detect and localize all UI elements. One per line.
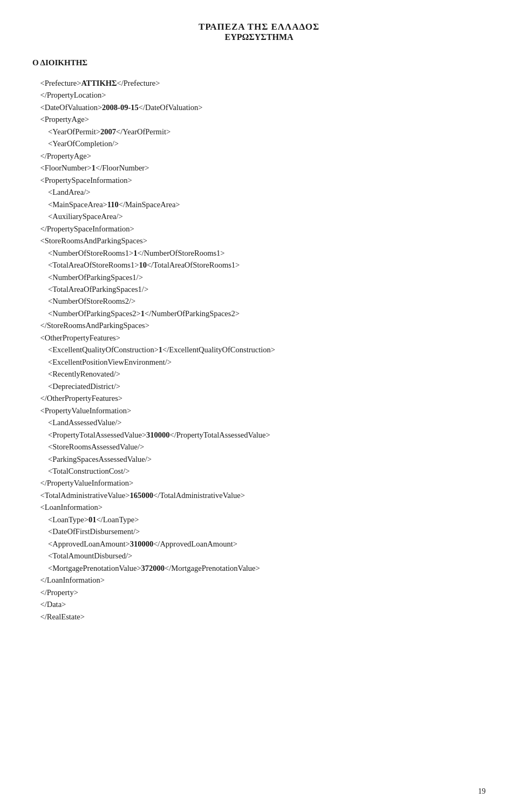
xml-line: <PropertySpaceInformation> bbox=[32, 174, 486, 186]
xml-line: <LandArea/> bbox=[32, 186, 486, 198]
xml-bold-value: 372000 bbox=[141, 564, 165, 572]
xml-line: <PropertyTotalAssessedValue>310000</Prop… bbox=[32, 429, 486, 441]
xml-line: </LoanInformation> bbox=[32, 574, 486, 586]
xml-line: <StoreRoomsAndParkingSpaces> bbox=[32, 235, 486, 247]
xml-line: <NumberOfParkingSpaces2>1</NumberOfParki… bbox=[32, 308, 486, 319]
xml-bold-value: 165000 bbox=[130, 491, 153, 500]
page-header: ΤΡΑΠΕΖΑ ΤΗΣ ΕΛΛΑΔΟΣ ΕΥΡΩΣΥΣΤΗΜΑ bbox=[32, 22, 486, 42]
xml-line: </RealEstate> bbox=[32, 611, 486, 623]
xml-line: <LoanType>01</LoanType> bbox=[32, 514, 486, 526]
xml-bold-value: 310000 bbox=[130, 540, 154, 548]
xml-line: <Prefecture>ΑΤΤΙΚΗΣ</Prefecture> bbox=[32, 77, 486, 89]
xml-line: <MainSpaceArea>110</MainSpaceArea> bbox=[32, 199, 486, 210]
xml-line: <MortgagePrenotationValue>372000</Mortga… bbox=[32, 562, 486, 574]
xml-line: </PropertySpaceInformation> bbox=[32, 223, 486, 235]
xml-line: <TotalAreaOfParkingSpaces1/> bbox=[32, 283, 486, 295]
xml-bold-value: 01 bbox=[88, 515, 97, 524]
xml-line: <NumberOfParkingSpaces1/> bbox=[32, 271, 486, 283]
page: ΤΡΑΠΕΖΑ ΤΗΣ ΕΛΛΑΔΟΣ ΕΥΡΩΣΥΣΤΗΜΑ Ο ΔΙΟΙΚΗ… bbox=[0, 0, 518, 812]
xml-line: <PropertyValueInformation> bbox=[32, 405, 486, 417]
xml-line: <DateOfFirstDisbursement/> bbox=[32, 526, 486, 537]
xml-line: </PropertyValueInformation> bbox=[32, 477, 486, 489]
xml-line: </OtherPropertyFeatures> bbox=[32, 392, 486, 404]
xml-line: <YearOfPermit>2007</YearOfPermit> bbox=[32, 126, 486, 138]
xml-bold-value: 1 bbox=[92, 163, 96, 172]
xml-bold-value: ΑΤΤΙΚΗΣ bbox=[81, 79, 117, 87]
xml-line: <StoreRoomsAssessedValue/> bbox=[32, 441, 486, 453]
xml-line: <DepreciatedDistrict/> bbox=[32, 380, 486, 392]
xml-line: <YearOfCompletion/> bbox=[32, 138, 486, 149]
header-title: ΤΡΑΠΕΖΑ ΤΗΣ ΕΛΛΑΔΟΣ bbox=[32, 22, 486, 32]
xml-line: <NumberOfStoreRooms1>1</NumberOfStoreRoo… bbox=[32, 247, 486, 259]
xml-line: <ParkingSpacesAssessedValue/> bbox=[32, 453, 486, 465]
xml-bold-value: 2008-09-15 bbox=[102, 103, 139, 112]
xml-line: <TotalAmountDisbursed/> bbox=[32, 550, 486, 562]
xml-line: <RecentlyRenovated/> bbox=[32, 368, 486, 380]
xml-line: <TotalAreaOfStoreRooms1>10</TotalAreaOfS… bbox=[32, 259, 486, 271]
xml-line: <LandAssessedValue/> bbox=[32, 417, 486, 428]
xml-line: </StoreRoomsAndParkingSpaces> bbox=[32, 319, 486, 331]
xml-line: <ExcellentPositionViewEnvironment/> bbox=[32, 356, 486, 368]
xml-line: </PropertyLocation> bbox=[32, 89, 486, 101]
xml-line: <OtherPropertyFeatures> bbox=[32, 332, 486, 344]
xml-line: <AuxiliarySpaceArea/> bbox=[32, 210, 486, 222]
xml-bold-value: 10 bbox=[139, 261, 147, 269]
xml-line: <DateOfValuation>2008-09-15</DateOfValua… bbox=[32, 101, 486, 113]
xml-bold-value: 1 bbox=[159, 345, 162, 354]
xml-line: <NumberOfStoreRooms2/> bbox=[32, 295, 486, 307]
xml-line: <PropertyAge> bbox=[32, 113, 486, 125]
xml-line: </PropertyAge> bbox=[32, 150, 486, 162]
xml-line: <LoanInformation> bbox=[32, 501, 486, 513]
xml-line: </Property> bbox=[32, 586, 486, 598]
xml-content: <Prefecture>ΑΤΤΙΚΗΣ</Prefecture> </Prope… bbox=[32, 77, 486, 623]
xml-bold-value: 1 bbox=[141, 309, 145, 318]
xml-bold-value: 110 bbox=[107, 200, 119, 209]
xml-bold-value: 2007 bbox=[100, 127, 116, 136]
xml-line: <FloorNumber>1</FloorNumber> bbox=[32, 162, 486, 174]
xml-bold-value: 310000 bbox=[146, 431, 170, 439]
xml-bold-value: 1 bbox=[133, 249, 137, 257]
admin-label: Ο ΔΙΟΙΚΗΤΗΣ bbox=[32, 58, 486, 67]
xml-line: <ApprovedLoanAmount>310000</ApprovedLoan… bbox=[32, 538, 486, 550]
xml-line: <ExcellentQualityOfConstruction>1</Excel… bbox=[32, 344, 486, 356]
page-number: 19 bbox=[478, 787, 486, 796]
xml-line: </Data> bbox=[32, 598, 486, 610]
xml-line: <TotalAdministrativeValue>165000</TotalA… bbox=[32, 489, 486, 501]
xml-line: <TotalConstructionCost/> bbox=[32, 465, 486, 477]
header-subtitle: ΕΥΡΩΣΥΣΤΗΜΑ bbox=[32, 32, 486, 42]
